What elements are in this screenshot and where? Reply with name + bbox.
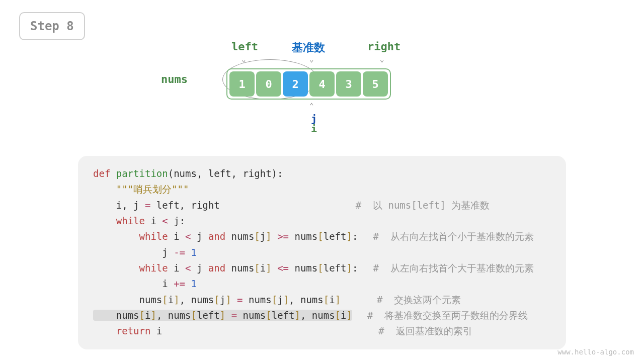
array-cell: 4 xyxy=(309,71,335,97)
label-right: right xyxy=(367,40,400,53)
fn-name: partition xyxy=(116,168,168,179)
t: : xyxy=(352,231,358,242)
t: ] xyxy=(266,262,271,274)
t: i xyxy=(150,325,162,336)
t: [ xyxy=(324,294,329,305)
t: , nums xyxy=(180,294,214,305)
t: ] xyxy=(295,310,300,321)
t: left xyxy=(272,310,295,321)
comment: # 从左向右找首个大于基准数的元素 xyxy=(373,262,533,274)
t: i, j xyxy=(93,200,145,211)
t: : xyxy=(352,262,358,274)
t: j xyxy=(220,294,225,305)
comment: # 以 nums[left] 为基准数 xyxy=(356,200,490,211)
t: nums xyxy=(294,262,317,274)
t: ] xyxy=(346,231,352,242)
t: i xyxy=(145,215,162,226)
t: ] xyxy=(335,294,341,305)
arrow-up-icon: ⌃ xyxy=(309,102,313,110)
t: [ xyxy=(266,310,271,321)
t: i xyxy=(93,278,174,289)
t: ] xyxy=(220,310,225,321)
t: left, right xyxy=(150,200,219,211)
t: [ xyxy=(317,231,323,242)
step-badge: Step 8 xyxy=(19,12,85,40)
t: < xyxy=(162,215,168,226)
t: [ xyxy=(254,231,260,242)
t: left xyxy=(324,262,347,274)
t: 1 xyxy=(191,278,197,289)
comment: # 将基准数交换至两子数组的分界线 xyxy=(367,310,528,321)
t: <= xyxy=(272,262,295,274)
t xyxy=(93,325,116,336)
t: i xyxy=(168,262,185,274)
t: -= xyxy=(174,247,185,258)
arrow-down-icon: ⌄ xyxy=(242,55,246,63)
t: += xyxy=(174,278,185,289)
t xyxy=(185,278,191,289)
comment: # 交换这两个元素 xyxy=(377,294,461,305)
label-left: left xyxy=(231,40,258,53)
t: i xyxy=(168,294,174,305)
t: nums xyxy=(249,294,272,305)
t: nums xyxy=(243,310,266,321)
array-cell: 5 xyxy=(363,71,388,97)
t: >= xyxy=(272,231,295,242)
t: nums xyxy=(294,231,317,242)
t: nums xyxy=(225,231,254,242)
t: i xyxy=(145,310,150,321)
t: = xyxy=(145,200,150,211)
array-cell: 1 xyxy=(229,71,255,97)
t: j xyxy=(191,231,208,242)
t: i xyxy=(329,294,335,305)
t: ] xyxy=(347,310,352,321)
t: i xyxy=(341,310,346,321)
t: i xyxy=(168,231,185,242)
t: and xyxy=(208,231,225,242)
t xyxy=(93,231,139,242)
t: [ xyxy=(317,262,323,274)
t: while xyxy=(139,262,168,274)
t: = xyxy=(225,310,243,321)
t: while xyxy=(139,231,168,242)
t: ] xyxy=(225,294,231,305)
t: [ xyxy=(214,294,219,305)
t: nums xyxy=(225,262,254,274)
array-cell: 0 xyxy=(256,71,281,97)
t: [ xyxy=(335,310,341,321)
t: left xyxy=(197,310,220,321)
t: ] xyxy=(346,262,352,274)
t: j xyxy=(191,262,208,274)
t: [ xyxy=(254,262,260,274)
code-block: def partition(nums, left, right): """哨兵划… xyxy=(78,156,566,349)
t: ] xyxy=(150,310,156,321)
t: < xyxy=(185,231,191,242)
t: ] xyxy=(174,294,179,305)
t: left xyxy=(324,231,347,242)
t: , nums xyxy=(289,294,324,305)
t: and xyxy=(208,262,225,274)
label-nums: nums xyxy=(161,73,188,85)
arrow-down-icon: ⌄ xyxy=(309,55,313,63)
arrow-down-icon: ⌄ xyxy=(380,55,384,63)
t xyxy=(185,247,191,258)
label-pivot: 基准数 xyxy=(292,40,325,55)
docstring: """哨兵划分""" xyxy=(93,184,189,195)
t: j xyxy=(93,247,174,258)
t: i xyxy=(260,262,266,274)
t: [ xyxy=(272,294,277,305)
code-text: (nums, left, right): xyxy=(168,168,283,179)
t: [ xyxy=(162,294,168,305)
array-cell-pivot: 2 xyxy=(283,71,308,97)
t xyxy=(93,215,116,226)
t: while xyxy=(116,215,145,226)
array-container: 1 0 2 4 3 5 xyxy=(226,68,391,100)
comment: # 返回基准数的索引 xyxy=(378,325,472,336)
t: return xyxy=(116,325,151,336)
t xyxy=(93,262,139,274)
kw-def: def xyxy=(93,168,116,179)
t: [ xyxy=(139,310,145,321)
t: j xyxy=(260,231,266,242)
t: = xyxy=(231,294,249,305)
comment: # 从右向左找首个小于基准数的元素 xyxy=(373,231,533,242)
